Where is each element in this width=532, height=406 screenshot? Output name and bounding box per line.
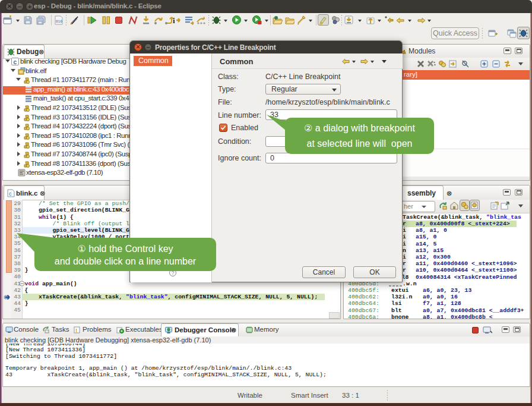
svg-text:c: c bbox=[14, 58, 17, 65]
svg-text:i: i bbox=[173, 16, 175, 25]
svg-text:!: ! bbox=[75, 328, 77, 333]
svg-text:010: 010 bbox=[56, 19, 62, 23]
